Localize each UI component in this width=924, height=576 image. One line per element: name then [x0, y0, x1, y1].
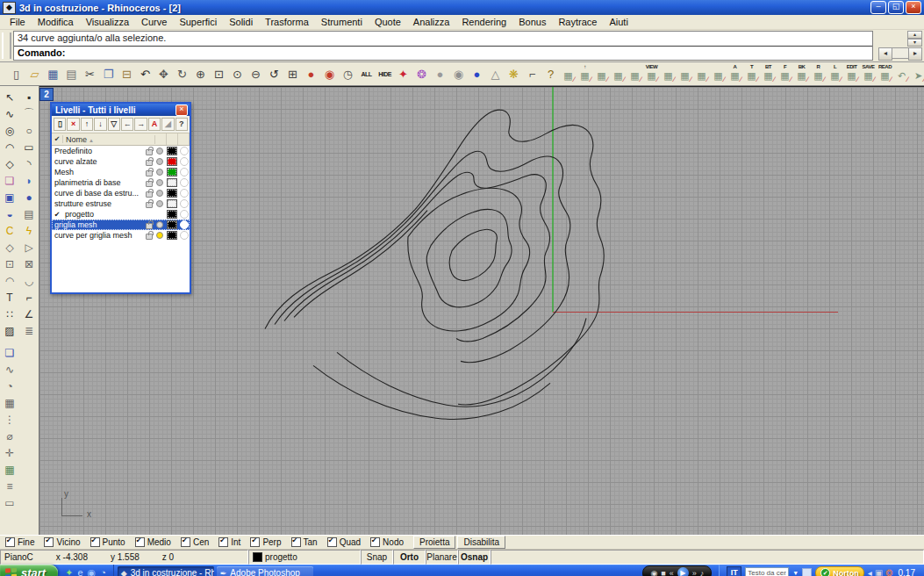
copy-points-icon[interactable]: ⊠: [19, 256, 39, 272]
mesh-car-icon[interactable]: ▦: [627, 64, 643, 84]
menu-item[interactable]: Analizza: [407, 17, 456, 27]
expand-icon[interactable]: →: [134, 118, 147, 131]
mesh-view-icon[interactable]: VIEW ▦: [643, 64, 660, 84]
undo-icon[interactable]: ↶: [136, 65, 154, 83]
orto-toggle[interactable]: Orto: [393, 550, 426, 565]
play-button[interactable]: ▶: [677, 567, 689, 576]
osnap-checkbox[interactable]: Punto: [90, 537, 125, 547]
menu-item[interactable]: Raytrace: [552, 17, 603, 27]
task-rhinoceros[interactable]: ◆ 3d in costruzione - Rh...: [118, 566, 214, 576]
layer-row[interactable]: ✔ curve per griglia mesh: [52, 230, 190, 241]
cylinder-icon[interactable]: ◒: [0, 205, 19, 222]
rollback-tray-icon[interactable]: ◂: [868, 565, 872, 576]
osnap-checkbox[interactable]: Tan: [291, 537, 318, 547]
volume-button[interactable]: ♪: [700, 567, 705, 576]
move-points-icon[interactable]: ⊡: [0, 256, 19, 272]
menu-item[interactable]: Visualizza: [80, 17, 135, 27]
stop-button[interactable]: ■: [661, 567, 665, 576]
quicktime-icon[interactable]: ◔: [100, 565, 106, 576]
mesh-a-icon[interactable]: A ▦: [727, 64, 743, 84]
explode-icon[interactable]: ϟ: [19, 222, 39, 239]
history-scroll-up-button[interactable]: ▴: [907, 31, 922, 39]
contour-curve[interactable]: [275, 151, 570, 362]
blend-up-icon[interactable]: ◠: [0, 272, 19, 289]
mesh-tool-4-icon[interactable]: ▦: [710, 64, 727, 84]
next-button[interactable]: »: [692, 567, 697, 576]
blend-down-icon[interactable]: ◡: [19, 272, 39, 289]
mesh-tool-2-icon[interactable]: ▦: [593, 64, 610, 84]
menu-item[interactable]: Solidi: [223, 17, 259, 27]
layer-name[interactable]: curve alzate: [52, 157, 144, 166]
orient-icon[interactable]: ✛: [0, 444, 19, 461]
show-all-icon[interactable]: ALL: [357, 65, 376, 83]
osnap-checkbox[interactable]: Medio: [135, 537, 171, 547]
viewport[interactable]: 2 Livelli - Tutti i livelli × ▯×↑↓▽←→A◢?…: [39, 86, 924, 535]
media-player-icon[interactable]: ◉: [88, 565, 97, 576]
export-page-icon[interactable]: ▤: [62, 65, 81, 83]
mesh-points-icon[interactable]: ▦: [677, 64, 693, 84]
surface-loft-icon[interactable]: ◗: [19, 172, 39, 189]
cplane-label[interactable]: PianoC: [4, 552, 33, 562]
render-region-icon[interactable]: ◷: [339, 65, 357, 83]
layers-panel-titlebar[interactable]: Livelli - Tutti i livelli ×: [52, 104, 190, 116]
blue-sphere-icon[interactable]: ●: [468, 65, 486, 83]
mesh-bottom-icon[interactable]: BT ▦: [760, 64, 777, 84]
surface-edit-icon[interactable]: ▤: [19, 205, 39, 222]
layer-row[interactable]: ✔ strutture estruse: [52, 198, 190, 209]
move-up-icon[interactable]: ↑: [81, 118, 93, 131]
history-scroll-down-button[interactable]: ▾: [907, 39, 922, 47]
new-layer-icon[interactable]: ▯: [54, 118, 66, 131]
sphere-icon[interactable]: ●: [19, 189, 39, 205]
polygon-icon[interactable]: ◇: [0, 155, 19, 172]
rhino-render-logo-icon[interactable]: ✦: [394, 65, 412, 83]
mesh-tool-3-icon[interactable]: ▦: [693, 64, 710, 84]
box-icon[interactable]: ▣: [0, 189, 19, 205]
osnap-checkbox[interactable]: Cen: [181, 537, 209, 547]
search-dropdown-button[interactable]: ▼: [792, 570, 799, 576]
rectangle-icon[interactable]: ▭: [19, 139, 39, 155]
planare-toggle[interactable]: Planare: [426, 550, 458, 565]
bone-icon[interactable]: ⌐: [523, 65, 541, 83]
open-folder-icon[interactable]: ▱: [25, 65, 44, 83]
sort-color-icon[interactable]: ◢: [161, 118, 174, 131]
current-layer-check[interactable]: ✔: [52, 211, 62, 219]
mesh-front-icon[interactable]: F ▦: [777, 64, 793, 84]
select-arrow-icon[interactable]: ↖: [0, 89, 19, 105]
mesh-left-icon[interactable]: L ▦: [827, 64, 843, 84]
layers-close-button[interactable]: ×: [175, 104, 188, 116]
color-wheel-icon[interactable]: ❂: [412, 65, 431, 83]
u-mesh-icon[interactable]: ▦: [0, 461, 19, 478]
circle-icon[interactable]: ◎: [0, 122, 19, 139]
curve-points-icon[interactable]: ∿: [0, 361, 19, 378]
mesh-up-icon[interactable]: ↑ ▦: [577, 64, 593, 84]
render-preview-icon[interactable]: ◉: [320, 65, 339, 83]
chamfer-icon[interactable]: ▷: [19, 239, 39, 256]
osnap-checkbox[interactable]: Vicino: [44, 537, 80, 547]
osnap-checkbox[interactable]: Int: [218, 537, 240, 547]
layer-name[interactable]: planimetria di base: [52, 178, 144, 187]
contour-curve[interactable]: [426, 209, 512, 307]
mesh-axis-icon[interactable]: ▦: [610, 64, 627, 84]
scroll-right-button[interactable]: ▸: [908, 47, 922, 61]
undo-arrow-icon[interactable]: ↶: [893, 64, 910, 84]
osnap-checkbox[interactable]: Fine: [5, 537, 34, 547]
highlight-sphere-icon[interactable]: ◉: [449, 65, 468, 83]
mesh-save-icon[interactable]: SAVE ▦: [860, 64, 877, 84]
arc-blend-icon[interactable]: ◝: [19, 155, 39, 172]
menu-item[interactable]: Aiuti: [603, 17, 634, 27]
osnap-checkbox[interactable]: Quad: [327, 537, 361, 547]
zoom-extents-icon[interactable]: ⊖: [247, 65, 265, 83]
angle-dim-icon[interactable]: ∠: [19, 306, 39, 322]
mesh-icon[interactable]: ▦: [0, 394, 19, 411]
zoom-dynamic-icon[interactable]: ⊕: [191, 65, 210, 83]
start-button[interactable]: start: [0, 565, 58, 576]
layer-help-icon[interactable]: ?: [175, 118, 188, 131]
hide-icon[interactable]: HIDE: [376, 65, 394, 83]
osnap-checkbox[interactable]: Nodo: [370, 537, 404, 547]
contour-curve[interactable]: [408, 188, 530, 331]
layer-name[interactable]: Mesh: [52, 168, 144, 176]
menu-item[interactable]: Bonus: [512, 17, 552, 27]
menu-item[interactable]: Quote: [369, 17, 407, 27]
cut-icon[interactable]: ✂: [81, 65, 99, 83]
interp-curve-icon[interactable]: ⌒: [19, 105, 39, 122]
